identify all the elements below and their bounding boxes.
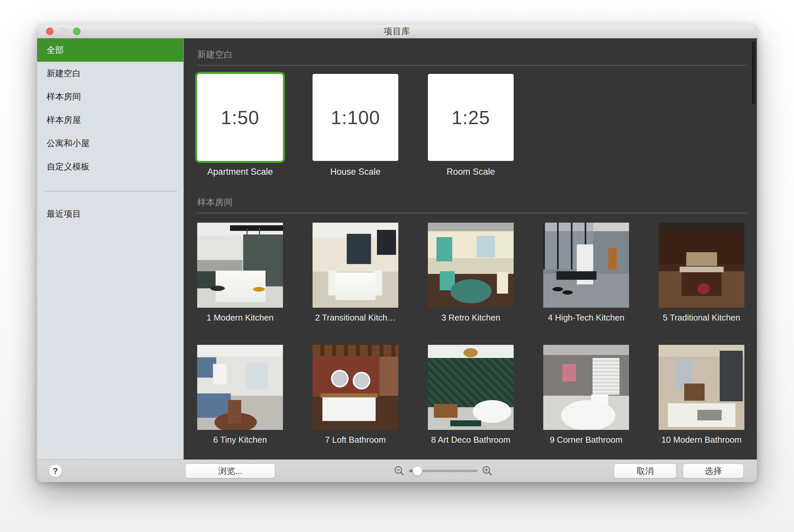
cancel-button[interactable]: 取消	[614, 464, 676, 478]
sidebar-item-recent-projects[interactable]: 最近项目	[37, 202, 183, 226]
sidebar-item-custom-templates[interactable]: 自定义模板	[37, 155, 183, 178]
sample-rooms-grid: 1 Modern Kitchen 2 Transitional Kitch… 3…	[197, 223, 757, 445]
scale-value: 1:100	[331, 107, 380, 128]
close-button[interactable]	[46, 27, 54, 35]
grid-cell: 6 Tiny Kitchen	[197, 345, 283, 445]
template-thumbnail-high-tech-kitchen[interactable]	[543, 223, 629, 308]
card-label: Apartment Scale	[207, 167, 273, 177]
zoom-slider-thumb[interactable]	[412, 466, 422, 476]
zoom-out-icon[interactable]	[394, 466, 405, 476]
thumbnail-label: 8 Art Deco Bathroom	[431, 435, 511, 445]
content-area: 新建空白 1:50 Apartment Scale 1:100 House Sc…	[184, 38, 757, 459]
thumbnail-label: 3 Retro Kitchen	[441, 312, 500, 323]
vertical-scrollbar[interactable]	[751, 40, 756, 459]
template-thumbnail-tiny-kitchen[interactable]	[197, 345, 283, 430]
scrollbar-thumb[interactable]	[751, 40, 756, 105]
browse-button[interactable]: 浏览...	[185, 464, 275, 478]
thumbnail-label: 5 Traditional Kitchen	[663, 312, 740, 323]
grid-cell: 2 Transitional Kitch…	[313, 223, 398, 323]
thumbnail-label: 1 Modern Kitchen	[207, 312, 274, 323]
template-thumbnail-transitional-kitchen[interactable]	[313, 223, 398, 308]
grid-cell: 8 Art Deco Bathroom	[428, 345, 514, 445]
section-title-sample-rooms: 样本房间	[197, 196, 757, 208]
template-card-house-scale[interactable]: 1:100	[313, 74, 398, 161]
template-thumbnail-corner-bathroom[interactable]	[543, 345, 629, 430]
scale-value: 1:25	[451, 107, 490, 128]
scale-cards-row: 1:50 Apartment Scale 1:100 House Scale 1…	[197, 74, 757, 177]
grid-cell: 5 Traditional Kitchen	[659, 223, 744, 323]
card-cell: 1:50 Apartment Scale	[197, 74, 283, 177]
template-thumbnail-modern-kitchen[interactable]	[197, 223, 283, 308]
template-thumbnail-modern-bathroom[interactable]	[659, 345, 744, 430]
grid-cell: 3 Retro Kitchen	[428, 223, 514, 323]
thumbnail-label: 6 Tiny Kitchen	[213, 435, 267, 445]
card-cell: 1:25 Room Scale	[428, 74, 514, 177]
grid-cell: 9 Corner Bathroom	[543, 345, 629, 445]
section-divider	[197, 213, 747, 213]
template-thumbnail-retro-kitchen[interactable]	[428, 223, 514, 308]
card-label: Room Scale	[447, 167, 495, 177]
sidebar-item-sample-rooms[interactable]: 样本房间	[37, 85, 183, 108]
window-body: 全部 新建空白 样本房间 样本房屋 公寓和小屋 自定义模板 最近项目 新建空白 …	[37, 38, 757, 459]
window-title: 项目库	[384, 25, 410, 37]
zoom-slider[interactable]	[409, 466, 478, 476]
project-library-window: 项目库 全部 新建空白 样本房间 样本房屋 公寓和小屋 自定义模板 最近项目 新…	[37, 25, 757, 482]
template-thumbnail-loft-bathroom[interactable]	[313, 345, 398, 430]
help-button[interactable]: ?	[49, 464, 62, 478]
thumbnail-label: 9 Corner Bathroom	[550, 435, 623, 445]
sidebar-item-new-blank[interactable]: 新建空白	[37, 62, 183, 85]
thumbnail-label: 2 Transitional Kitch…	[315, 312, 396, 323]
template-card-room-scale[interactable]: 1:25	[428, 74, 514, 161]
thumbnail-label: 4 High-Tech Kitchen	[548, 312, 624, 323]
thumbnail-label: 10 Modern Bathroom	[661, 435, 741, 445]
footer-bar: ? 浏览... 取消 选择	[37, 459, 757, 482]
minimize-button[interactable]	[59, 27, 67, 35]
scale-value: 1:50	[221, 107, 259, 128]
grid-cell: 10 Modern Bathroom	[659, 345, 744, 445]
sidebar-item-apartments-cottages[interactable]: 公寓和小屋	[37, 132, 183, 155]
grid-cell: 4 High-Tech Kitchen	[543, 223, 629, 323]
select-button[interactable]: 选择	[683, 464, 744, 478]
section-divider	[197, 65, 747, 66]
grid-cell: 7 Loft Bathroom	[313, 345, 398, 445]
sidebar-item-all[interactable]: 全部	[37, 38, 183, 62]
maximize-button[interactable]	[73, 27, 80, 35]
section-title-new-blank: 新建空白	[197, 49, 757, 60]
sidebar-separator	[43, 191, 178, 191]
thumbnail-label: 7 Loft Bathroom	[325, 435, 386, 445]
traffic-lights	[46, 25, 80, 38]
zoom-controls	[394, 466, 493, 476]
template-thumbnail-traditional-kitchen[interactable]	[659, 223, 744, 308]
card-cell: 1:100 House Scale	[313, 74, 398, 177]
zoom-in-icon[interactable]	[482, 466, 493, 476]
sidebar: 全部 新建空白 样本房间 样本房屋 公寓和小屋 自定义模板 最近项目	[37, 38, 184, 459]
template-card-apartment-scale[interactable]: 1:50	[197, 74, 283, 161]
window-titlebar: 项目库	[37, 25, 757, 38]
template-thumbnail-art-deco-bathroom[interactable]	[428, 345, 514, 430]
grid-cell: 1 Modern Kitchen	[197, 223, 283, 323]
sidebar-item-sample-houses[interactable]: 样本房屋	[37, 108, 183, 132]
card-label: House Scale	[330, 167, 381, 177]
